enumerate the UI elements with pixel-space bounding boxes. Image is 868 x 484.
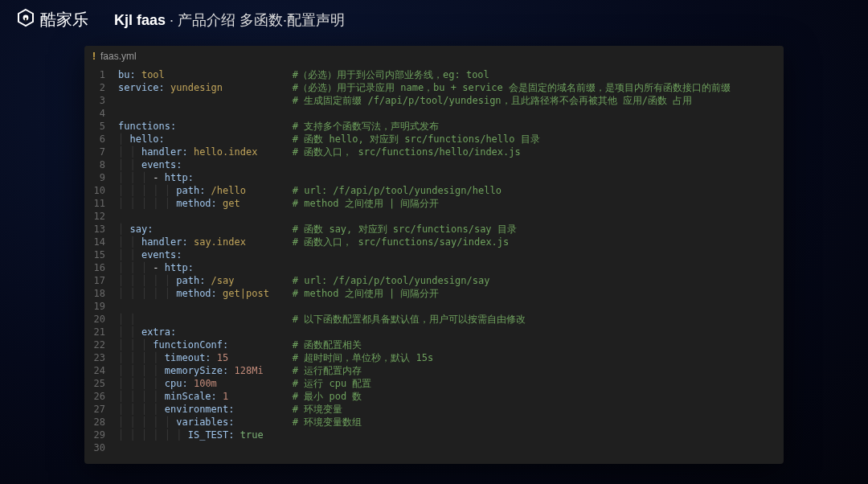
breadcrumb-sub: 产品介绍 多函数·配置声明 (178, 12, 345, 28)
line-number: 30 (84, 441, 105, 454)
code-line[interactable] (118, 300, 731, 313)
code-line[interactable]: │ │ │ │ │ variables: # 环境变量数组 (118, 416, 731, 429)
line-number: 16 (84, 261, 105, 274)
line-number: 11 (84, 197, 105, 210)
code-line[interactable]: │ │ │ │ environment: # 环境变量 (118, 403, 731, 416)
line-number: 8 (84, 158, 105, 171)
line-number: 29 (84, 429, 105, 441)
code-line[interactable]: │ │ │ │ │ │ IS_TEST: true (118, 429, 731, 441)
code-line[interactable]: │ │ events: (118, 248, 731, 261)
line-number: 18 (84, 287, 105, 300)
file-name: faas.yml (100, 51, 137, 62)
line-number: 22 (84, 338, 105, 351)
line-number: 19 (84, 300, 105, 313)
breadcrumb-sep: · (166, 12, 178, 28)
code-line[interactable]: │ │ │ │ │ path: /say # url: /f/api/p/too… (118, 274, 731, 287)
line-number-gutter: 1234567891011121314151617181920212223242… (84, 67, 110, 456)
code-line[interactable]: functions: # 支持多个函数写法，声明式发布 (118, 120, 731, 133)
code-line[interactable]: │ │ │ │ │ method: get # method 之间使用 | 间隔… (118, 197, 731, 210)
code-line[interactable]: │ │ │ functionConf: # 函数配置相关 (118, 338, 731, 351)
line-number: 27 (84, 403, 105, 416)
line-number: 14 (84, 236, 105, 248)
code-line[interactable]: service: yundesign #（必选）用于记录应用 name，bu +… (118, 81, 731, 94)
line-number: 6 (84, 133, 105, 146)
code-line[interactable]: │ │ extra: (118, 326, 731, 338)
editor-filebar: ! faas.yml (84, 46, 784, 67)
code-line[interactable]: │ │ │ │ cpu: 100m # 运行 cpu 配置 (118, 377, 731, 390)
code-line[interactable]: bu: tool #（必选）用于到公司内部业务线，eg: tool (118, 68, 731, 81)
code-line[interactable]: # 生成固定前缀 /f/api/p/tool/yundesign，且此路径将不会… (118, 94, 731, 107)
breadcrumb: Kjl faas · 产品介绍 多函数·配置声明 (114, 10, 345, 30)
line-number: 26 (84, 390, 105, 403)
logo-icon (16, 8, 35, 31)
line-number: 28 (84, 416, 105, 429)
editor-body[interactable]: 1234567891011121314151617181920212223242… (84, 67, 784, 456)
line-number: 25 (84, 377, 105, 390)
code-line[interactable]: │ │ │ │ │ path: /hello # url: /f/api/p/t… (118, 184, 731, 197)
code-line[interactable]: │ hello: # 函数 hello, 对应到 src/functions/h… (118, 133, 731, 146)
code-editor[interactable]: ! faas.yml 12345678910111213141516171819… (84, 46, 784, 464)
code-line[interactable]: │ │ events: (118, 158, 731, 171)
code-line[interactable]: │ say: # 函数 say, 对应到 src/functions/say 目… (118, 223, 731, 236)
code-line[interactable] (118, 107, 731, 120)
line-number: 2 (84, 81, 105, 94)
line-number: 13 (84, 223, 105, 236)
code-line[interactable]: │ │ # 以下函数配置都具备默认值，用户可以按需自由修改 (118, 313, 731, 326)
breadcrumb-title: Kjl faas (114, 12, 166, 28)
code-line[interactable]: │ │ │ - http: (118, 261, 731, 274)
line-number: 12 (84, 210, 105, 223)
line-number: 9 (84, 171, 105, 184)
code-line[interactable]: │ │ │ │ timeout: 15 # 超时时间，单位秒，默认 15s (118, 351, 731, 364)
line-number: 5 (84, 120, 105, 133)
line-number: 24 (84, 364, 105, 377)
file-modified-icon: ! (92, 51, 96, 62)
line-number: 4 (84, 107, 105, 120)
line-number: 10 (84, 184, 105, 197)
code-line[interactable] (118, 210, 731, 223)
line-number: 3 (84, 94, 105, 107)
code-line[interactable]: │ │ │ │ │ method: get|post # method 之间使用… (118, 287, 731, 300)
code-line[interactable]: │ │ handler: say.index # 函数入口， src/funct… (118, 236, 731, 248)
line-number: 15 (84, 248, 105, 261)
code-line[interactable]: │ │ │ - http: (118, 171, 731, 184)
line-number: 23 (84, 351, 105, 364)
header: 酷家乐 Kjl faas · 产品介绍 多函数·配置声明 (0, 0, 868, 39)
code-area[interactable]: bu: tool #（必选）用于到公司内部业务线，eg: toolservice… (110, 67, 731, 456)
code-line[interactable]: │ │ │ │ memorySize: 128Mi # 运行配置内存 (118, 364, 731, 377)
code-line[interactable]: │ │ │ │ minScale: 1 # 最小 pod 数 (118, 390, 731, 403)
line-number: 20 (84, 313, 105, 326)
line-number: 17 (84, 274, 105, 287)
line-number: 7 (84, 146, 105, 158)
line-number: 1 (84, 68, 105, 81)
brand-logo: 酷家乐 (16, 8, 88, 31)
code-line[interactable]: │ │ handler: hello.index # 函数入口， src/fun… (118, 146, 731, 158)
line-number: 21 (84, 326, 105, 338)
code-line[interactable] (118, 441, 731, 454)
brand-text: 酷家乐 (40, 9, 88, 31)
